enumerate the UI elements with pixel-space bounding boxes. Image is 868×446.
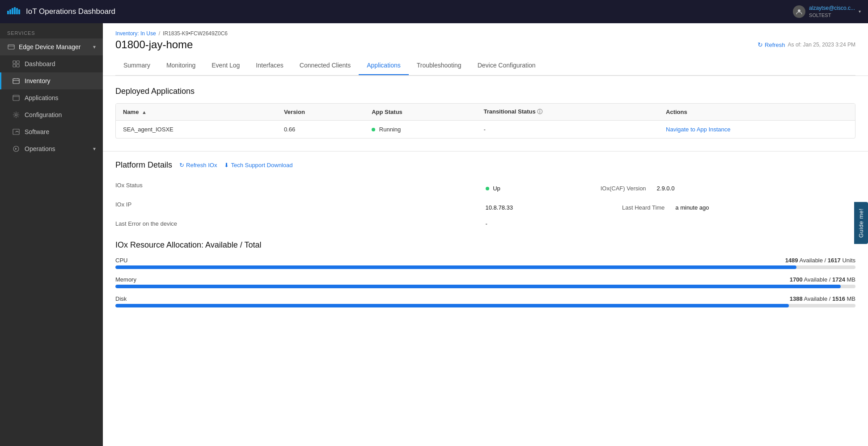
action-cell: Navigate to App Instance xyxy=(659,121,855,139)
platform-details-section: Platform Details ↻ Refresh IOx ⬇ Tech Su… xyxy=(103,160,868,240)
operations-chevron-icon: ▾ xyxy=(93,146,96,152)
svg-rect-3 xyxy=(14,7,16,14)
sidebar-item-label: Applications xyxy=(25,94,59,101)
sidebar-item-software[interactable]: Software xyxy=(0,123,103,140)
svg-rect-12 xyxy=(17,64,19,67)
svg-rect-9 xyxy=(13,61,16,63)
deployed-apps-table-wrapper: Name ▲ Version App Status Transitional S… xyxy=(115,103,855,139)
iox-resource-title: IOx Resource Allocation: Available / Tot… xyxy=(115,240,855,250)
app-version: 0.66 xyxy=(277,121,364,139)
sidebar-item-label: Operations xyxy=(25,145,55,152)
tab-monitoring[interactable]: Monitoring xyxy=(158,56,203,75)
app-status: Running xyxy=(364,121,476,139)
sidebar-item-label: Inventory xyxy=(25,77,51,84)
memory-progress-bar-bg xyxy=(115,285,855,288)
tab-connected-clients[interactable]: Connected Clients xyxy=(292,56,359,75)
svg-rect-0 xyxy=(7,11,9,14)
cpu-label: CPU xyxy=(115,257,127,264)
svg-rect-10 xyxy=(17,61,19,63)
sidebar-item-inventory[interactable]: Inventory xyxy=(0,72,103,89)
sidebar-item-configuration[interactable]: Configuration xyxy=(0,106,103,123)
top-navigation: IoT Operations Dashboard alzaytse@cisco.… xyxy=(0,0,868,23)
main-content: Inventory: In Use / IR1835-K9•FCW2649Z0C… xyxy=(103,23,868,446)
detail-tabs: Summary Monitoring Event Log Interfaces … xyxy=(115,56,855,76)
deployed-applications-section: Deployed Applications Name ▲ Version App… xyxy=(103,76,868,149)
platform-details-grid: IOx Status Up IOx(CAF) Version 2.9.0.0 I… xyxy=(115,179,855,230)
platform-iox-status-label: IOx Status xyxy=(115,179,486,198)
svg-rect-17 xyxy=(13,95,19,101)
user-menu[interactable]: alzaytse@cisco.c... SOLTEST ▾ xyxy=(793,5,861,18)
col-actions: Actions xyxy=(659,104,855,121)
platform-details-header: Platform Details ↻ Refresh IOx ⬇ Tech Su… xyxy=(115,160,855,170)
transitional-status-info-icon[interactable]: ⓘ xyxy=(537,109,542,115)
tech-support-download-button[interactable]: ⬇ Tech Support Download xyxy=(224,162,292,168)
tab-device-configuration[interactable]: Device Configuration xyxy=(470,56,544,75)
sidebar-item-dashboard[interactable]: Dashboard xyxy=(0,55,103,72)
refresh-button[interactable]: ↻ Refresh xyxy=(758,41,785,48)
deployed-apps-title: Deployed Applications xyxy=(115,87,855,96)
platform-details-title: Platform Details xyxy=(115,160,172,170)
platform-iox-ip-label: IOx IP xyxy=(115,198,486,217)
edge-device-icon xyxy=(7,43,15,51)
app-name: SEA_agent_IOSXE xyxy=(116,121,277,139)
page-header: Inventory: In Use / IR1835-K9•FCW2649Z0C… xyxy=(103,23,868,76)
breadcrumb-separator: / xyxy=(159,30,160,37)
tab-troubleshooting[interactable]: Troubleshooting xyxy=(409,56,470,75)
sidebar-item-label: Software xyxy=(25,128,49,135)
disk-label: Disk xyxy=(115,295,127,302)
user-menu-chevron-icon[interactable]: ▾ xyxy=(859,9,861,14)
svg-rect-7 xyxy=(8,45,14,49)
user-avatar xyxy=(793,5,805,18)
svg-rect-13 xyxy=(13,79,19,84)
sidebar-item-operations[interactable]: Operations ▾ xyxy=(0,140,103,157)
memory-values: 1700 Available / 1724 MB xyxy=(790,276,855,283)
transitional-status: - xyxy=(476,121,659,139)
svg-rect-5 xyxy=(18,9,20,14)
tab-interfaces[interactable]: Interfaces xyxy=(248,56,291,75)
refresh-icon: ↻ xyxy=(758,41,763,48)
iox-status-dot-icon xyxy=(486,187,489,190)
svg-point-19 xyxy=(15,114,17,116)
col-transitional-status: Transitional Status ⓘ xyxy=(476,104,659,121)
platform-iox-caf-row: Up IOx(CAF) Version 2.9.0.0 xyxy=(486,179,856,198)
tab-applications[interactable]: Applications xyxy=(359,56,409,75)
refresh-date: As of: Jan 25, 2023 3:24 PM xyxy=(788,42,855,48)
cisco-logo-icon xyxy=(7,7,21,16)
refresh-iox-icon: ↻ xyxy=(179,162,184,168)
sort-arrow-icon: ▲ xyxy=(142,109,147,115)
navigate-app-instance-link[interactable]: Navigate to App Instance xyxy=(666,126,731,133)
app-logo: IoT Operations Dashboard xyxy=(7,7,115,16)
refresh-iox-button[interactable]: ↻ Refresh IOx xyxy=(179,162,217,168)
user-info: alzaytse@cisco.c... SOLTEST xyxy=(809,5,855,18)
memory-resource-row: Memory 1700 Available / 1724 MB xyxy=(115,276,855,288)
platform-last-heard-row: 10.8.78.33 Last Heard Time a minute ago xyxy=(486,198,856,217)
breadcrumb-parent[interactable]: Inventory: In Use xyxy=(115,30,156,37)
col-name[interactable]: Name ▲ xyxy=(116,104,277,121)
status-dot-icon xyxy=(372,128,375,131)
disk-values: 1388 Available / 1516 MB xyxy=(790,295,855,302)
download-icon: ⬇ xyxy=(224,162,229,168)
deployed-apps-table: Name ▲ Version App Status Transitional S… xyxy=(116,104,855,138)
dashboard-icon xyxy=(12,60,20,68)
sidebar-edge-device-manager[interactable]: Edge Device Manager ▾ xyxy=(0,38,103,55)
cpu-progress-bar-fill xyxy=(115,265,796,269)
page-title: 01800-jay-home xyxy=(115,38,193,51)
table-row: SEA_agent_IOSXE 0.66 Running - Navigate … xyxy=(116,121,855,139)
platform-iox-ip-value: 10.8.78.33 xyxy=(486,201,513,215)
memory-progress-bar-fill xyxy=(115,285,841,288)
breadcrumb-current: IR1835-K9•FCW2649Z0C6 xyxy=(163,30,228,37)
iox-resource-section: IOx Resource Allocation: Available / Tot… xyxy=(103,240,868,325)
software-icon xyxy=(12,128,20,136)
cpu-values: 1489 Available / 1617 Units xyxy=(785,257,855,264)
svg-rect-4 xyxy=(16,8,18,14)
tab-summary[interactable]: Summary xyxy=(115,56,158,75)
sidebar-item-applications[interactable]: Applications xyxy=(0,89,103,106)
svg-rect-1 xyxy=(9,9,11,14)
platform-iox-status-value: Up xyxy=(486,181,500,195)
guide-me-button[interactable]: Guide me! xyxy=(854,202,868,244)
tab-event-log[interactable]: Event Log xyxy=(203,56,248,75)
col-app-status: App Status xyxy=(364,104,476,121)
svg-point-6 xyxy=(798,9,800,12)
applications-icon xyxy=(12,94,20,102)
sidebar-item-label: Dashboard xyxy=(25,60,55,67)
